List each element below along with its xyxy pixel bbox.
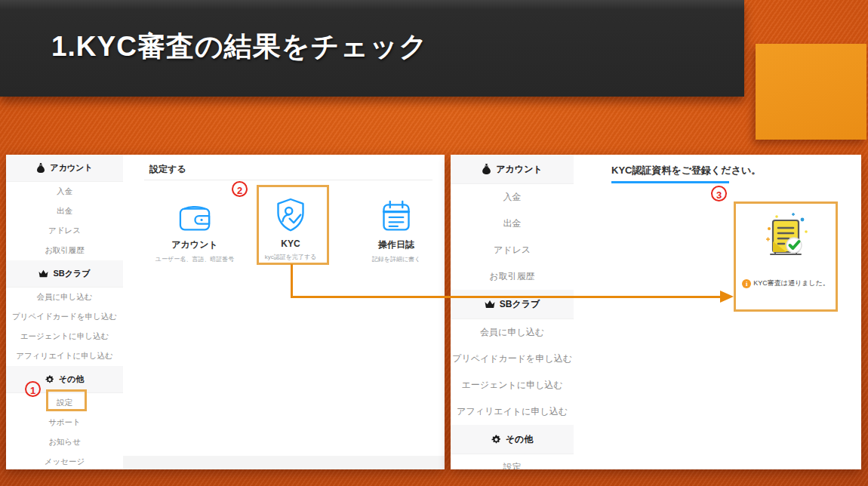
settings-screenshot-panel: アカウント 入金 出金 アドレス お取引履歴 SBクラブ 会員に申し込む プリペ… [6,155,445,469]
crown-icon [38,269,48,278]
kyc-result-box: i KYC審査は通りました。 [734,201,838,312]
sidebar-item-address[interactable]: アドレス [6,221,123,241]
sidebar-section-label: アカウント [50,162,92,174]
right-sidebar: アカウント 入金 出金 アドレス お取引履歴 SBクラブ 会員に申し込む プリペ… [451,155,574,469]
connector-arrow-vertical [291,264,293,297]
wallet-icon [146,196,244,234]
sidebar-section-others: その他 [451,425,574,454]
card-subtitle: ユーザー名、言語、暗証番号 [146,255,244,263]
sidebar-section-account: アカウント [451,155,574,184]
page-background-strip [123,456,445,469]
active-tab-underline [611,181,729,183]
journal-icon [347,196,445,234]
settings-heading: 設定する [149,163,186,176]
step-1-badge: 1 [25,381,41,397]
highlight-box-kyc [257,185,329,265]
sidebar-item-apply-affiliate[interactable]: アフィリエイトに申し込む [451,398,574,425]
sidebar-item-address[interactable]: アドレス [451,237,574,263]
sidebar-item-withdraw[interactable]: 出金 [6,201,123,221]
sidebar-item-support[interactable]: サポート [6,413,123,432]
sidebar-section-label: アカウント [496,163,542,176]
card-title: アカウント [146,238,244,251]
accent-square [756,44,866,140]
kyc-status-row: i KYC審査は通りました。 [742,278,830,288]
sidebar-item-deposit[interactable]: 入金 [451,184,574,211]
sidebar-item-apply-prepaid[interactable]: プリペイドカードを申し込む [6,307,123,327]
sidebar-section-label: その他 [59,374,85,385]
sidebar-section-sbclub: SBクラブ [6,260,123,288]
sidebar-item-apply-member[interactable]: 会員に申し込む [6,288,123,307]
title-band: 1.KYC審査の結果をチェック [0,0,744,97]
step-3-badge: 3 [711,186,727,201]
sidebar-item-messages[interactable]: メッセージ [6,452,123,469]
kyc-result-screenshot-panel: アカウント 入金 出金 アドレス お取引履歴 SBクラブ 会員に申し込む プリペ… [451,155,861,469]
sidebar-item-apply-agent[interactable]: エージェントに申し込む [451,372,574,398]
left-sidebar: アカウント 入金 出金 アドレス お取引履歴 SBクラブ 会員に申し込む プリペ… [6,155,124,469]
card-subtitle: 記録を詳細に書く [347,255,445,263]
sidebar-item-settings[interactable]: 設定 [451,454,574,469]
sidebar-item-withdraw[interactable]: 出金 [451,211,574,237]
sidebar-item-apply-member[interactable]: 会員に申し込む [451,319,574,346]
page-title: 1.KYC審査の結果をチェック [51,28,428,66]
highlight-box-settings [46,389,87,411]
sidebar-item-history[interactable]: お取引履歴 [451,263,574,290]
info-icon: i [742,279,751,288]
sidebar-item-apply-agent[interactable]: エージェントに申し込む [6,327,123,346]
sidebar-section-account: アカウント [6,155,123,182]
connector-arrow-horizontal [291,296,722,298]
document-check-icon [759,211,813,268]
sidebar-item-news[interactable]: お知らせ [6,432,123,452]
kyc-heading: KYC認証資料をご登録ください。 [611,164,761,177]
sidebar-item-deposit[interactable]: 入金 [6,182,123,201]
divider [144,180,432,180]
slide: 1.KYC審査の結果をチェック アカウント 入金 出金 アドレス お取引履歴 S… [0,0,868,486]
gear-icon [45,375,54,384]
crown-icon [485,300,495,309]
card-account[interactable]: アカウント ユーザー名、言語、暗証番号 [146,196,244,263]
sidebar-item-apply-prepaid[interactable]: プリペイドカードを申し込む [451,346,574,372]
sidebar-section-label: その他 [506,433,534,446]
sidebar-section-sbclub: SBクラブ [451,290,574,319]
connector-arrowhead-icon [720,291,734,303]
sidebar-item-history[interactable]: お取引履歴 [6,241,123,260]
gear-icon [491,435,501,444]
card-operation-log[interactable]: 操作日誌 記録を詳細に書く [347,196,445,263]
sidebar-section-label: SBクラブ [500,298,540,311]
sidebar-section-label: SBクラブ [53,268,90,279]
card-title: 操作日誌 [347,238,445,251]
money-bag-icon [36,163,45,173]
money-bag-icon [482,164,491,174]
sidebar-item-apply-affiliate[interactable]: アフィリエイトに申し込む [6,346,123,366]
step-2-badge: 2 [232,181,248,197]
kyc-status-text: KYC審査は通りました。 [753,278,830,288]
